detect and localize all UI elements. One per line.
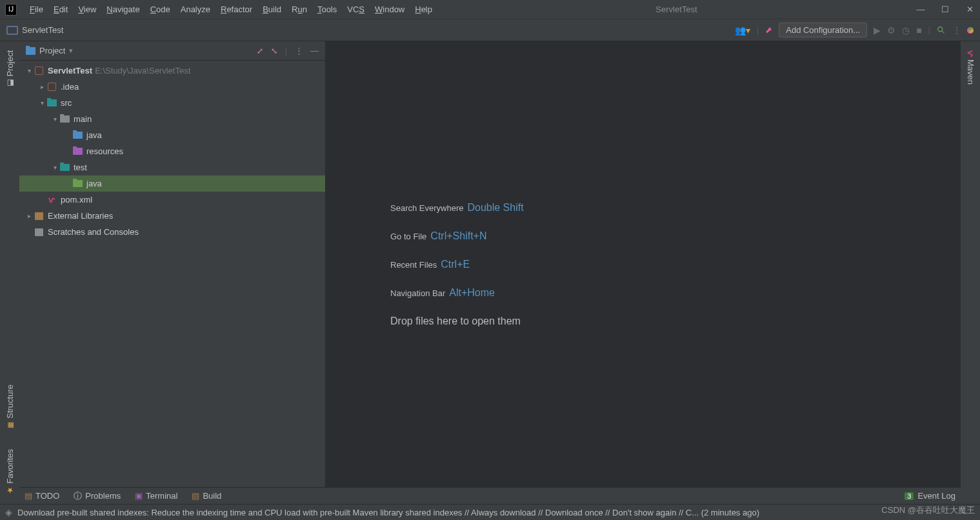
tree-label: Scratches and Consoles — [48, 227, 139, 237]
breadcrumb[interactable]: ServletTest — [22, 25, 63, 35]
stop-button[interactable]: ■ — [916, 25, 921, 35]
todo-tool-button[interactable]: ▤TODO — [25, 491, 59, 501]
menu-window[interactable]: Window — [370, 5, 410, 14]
menu-tools[interactable]: Tools — [312, 5, 342, 14]
tree-label: src — [61, 98, 72, 108]
main-area: Project ▾ ⤢ ⤡ | ⋮ — ▾ ServletTest E:\Stu… — [19, 41, 961, 504]
menu-edit[interactable]: Edit — [48, 5, 73, 14]
hint-goto-file: Go to FileCtrl+Shift+N — [390, 230, 487, 242]
terminal-tool-button[interactable]: ▣Terminal — [135, 491, 177, 501]
empty-editor[interactable]: Search EverywhereDouble Shift Go to File… — [326, 41, 961, 504]
tree-root[interactable]: ▾ ServletTest E:\Study\Java\ServletTest — [19, 63, 325, 79]
tree-label: .idea — [61, 82, 79, 92]
hide-panel-icon[interactable]: — — [310, 46, 319, 55]
run-button[interactable]: ▶ — [874, 25, 881, 35]
expand-all-icon[interactable]: ⤢ — [257, 46, 263, 55]
left-toolwindow-bar: ◧ Project ▦ Structure ★ Favorites — [0, 41, 19, 504]
project-panel-header: Project ▾ ⤢ ⤡ | ⋮ — — [19, 41, 325, 61]
project-tool-window: Project ▾ ⤢ ⤡ | ⋮ — ▾ ServletTest E:\Stu… — [19, 41, 326, 504]
project-view-icon — [26, 47, 35, 55]
watermark: CSDN @吞吞吐吐大魔王 — [881, 505, 975, 516]
app-icon: IJ — [5, 4, 17, 15]
tree-item-resources[interactable]: resources — [19, 143, 325, 159]
tree-item-java-test[interactable]: java — [19, 175, 325, 192]
coverage-button[interactable]: ◷ — [902, 25, 910, 35]
search-icon[interactable] — [937, 26, 946, 35]
project-type-icon — [6, 26, 18, 35]
menu-run[interactable]: Run — [286, 5, 312, 14]
svg-line-1 — [942, 30, 945, 33]
tree-item-main[interactable]: ▾ main — [19, 111, 325, 127]
module-icon — [35, 66, 43, 75]
tree-label: java — [86, 130, 102, 140]
problems-tool-button[interactable]: ⓘProblems — [74, 490, 121, 502]
event-log-button[interactable]: Event Log — [917, 491, 955, 501]
minimize-button[interactable]: — — [915, 5, 926, 14]
status-icon[interactable]: ◈ — [5, 507, 12, 517]
add-configuration-button[interactable]: Add Configuration... — [779, 23, 867, 37]
structure-tool-button[interactable]: ▦ Structure — [5, 382, 15, 432]
tree-item-java-main[interactable]: java — [19, 127, 325, 143]
right-toolwindow-bar: ⱱ Maven — [961, 41, 980, 504]
menu-navigate[interactable]: Navigate — [101, 5, 145, 14]
tree-label: External Libraries — [48, 211, 113, 221]
menu-file[interactable]: File — [25, 5, 48, 14]
collapse-all-icon[interactable]: ⤡ — [271, 46, 277, 55]
folder-icon — [60, 115, 70, 123]
svg-point-0 — [938, 26, 943, 31]
menu-analyze[interactable]: Analyze — [175, 5, 215, 14]
status-bar: ◈ Download pre-built shared indexes: Red… — [0, 504, 980, 520]
more-icon[interactable]: ⋮ — [952, 25, 961, 35]
project-tree[interactable]: ▾ ServletTest E:\Study\Java\ServletTest … — [19, 61, 325, 504]
scratches-icon — [35, 228, 43, 236]
hint-search-everywhere: Search EverywhereDouble Shift — [390, 202, 524, 214]
folder-icon — [73, 132, 83, 139]
tree-label: resources — [86, 146, 123, 156]
project-tool-button[interactable]: ◧ Project — [5, 48, 15, 90]
folder-icon — [73, 148, 83, 155]
folder-icon — [73, 180, 83, 187]
build-icon[interactable]: ⬈ — [765, 25, 772, 35]
tree-scratches[interactable]: Scratches and Consoles — [19, 224, 325, 240]
navigation-bar: ServletTest 👥▾ | ⬈ Add Configuration... … — [0, 19, 980, 41]
tree-label: pom.xml — [61, 195, 92, 205]
maven-tool-button[interactable]: ⱱ Maven — [966, 48, 975, 87]
menu-view[interactable]: View — [73, 5, 101, 14]
menu-vcs[interactable]: VCS — [342, 5, 370, 14]
menu-help[interactable]: Help — [410, 5, 437, 14]
tree-item-test[interactable]: ▾ test — [19, 159, 325, 175]
tree-label: test — [74, 163, 87, 172]
library-icon — [35, 212, 43, 220]
build-tool-button[interactable]: ▧Build — [192, 491, 221, 501]
folder-icon — [47, 99, 57, 106]
tree-item-src[interactable]: ▾ src — [19, 95, 325, 111]
folder-icon — [60, 164, 70, 171]
tree-label: java — [86, 179, 102, 188]
hint-drop-files: Drop files here to open them — [390, 315, 521, 327]
panel-options-icon[interactable]: ⋮ — [295, 46, 303, 55]
hint-recent-files: Recent FilesCtrl+E — [390, 259, 470, 270]
project-panel-title[interactable]: Project — [39, 46, 65, 55]
tree-item-pom[interactable]: ⱱ pom.xml — [19, 192, 325, 208]
window-title: ServletTest — [437, 5, 915, 14]
menu-build[interactable]: Build — [257, 5, 286, 14]
ide-actions-icon[interactable] — [967, 27, 974, 34]
tree-external-libraries[interactable]: ▸ External Libraries — [19, 208, 325, 224]
menu-code[interactable]: Code — [145, 5, 175, 14]
favorites-tool-button[interactable]: ★ Favorites — [5, 446, 15, 497]
event-count-badge: 3 — [905, 492, 914, 500]
maximize-button[interactable]: ☐ — [940, 5, 950, 14]
bottom-toolwindow-bar: ▤TODO ⓘProblems ▣Terminal ▧Build 3 Event… — [19, 487, 961, 504]
code-with-me-icon[interactable]: 👥▾ — [735, 25, 750, 35]
tree-label: main — [74, 114, 92, 124]
chevron-down-icon[interactable]: ▾ — [69, 46, 73, 55]
folder-icon — [48, 83, 56, 91]
maven-icon: ⱱ — [48, 195, 55, 205]
close-button[interactable]: ✕ — [965, 5, 975, 14]
tree-item-idea[interactable]: ▸ .idea — [19, 79, 325, 95]
tree-root-label: ServletTest — [48, 66, 92, 75]
status-message[interactable]: Download pre-built shared indexes: Reduc… — [17, 508, 759, 517]
menubar: IJ File Edit View Navigate Code Analyze … — [0, 0, 980, 19]
debug-button[interactable]: ⚙ — [887, 25, 895, 35]
menu-refactor[interactable]: Refactor — [215, 5, 257, 14]
